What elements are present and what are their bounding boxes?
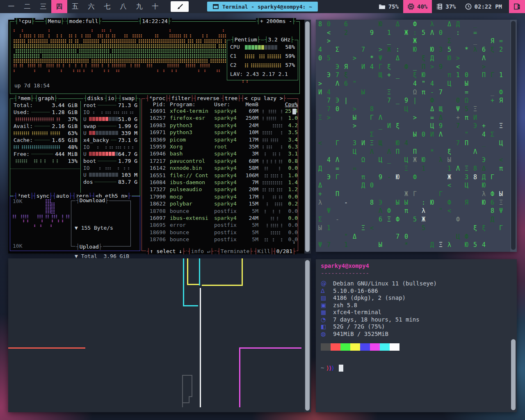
mem-graph-toggle[interactable]: graph xyxy=(34,95,58,101)
proc-select-hint[interactable]: ↑ select ↓ xyxy=(146,248,186,254)
prompt-path: ~ xyxy=(321,365,324,372)
shell-prompt[interactable]: ~ ⟩⟩⟩ xyxy=(321,365,437,372)
workspace-item-4[interactable]: 四 xyxy=(51,0,67,13)
pipes-scrollbar-track[interactable] xyxy=(304,258,311,412)
process-row[interactable]: 15959Xorgroot35M6.3 xyxy=(142,144,298,150)
update-interval-control[interactable]: + 2000ms - xyxy=(256,18,296,24)
workspace-item-3[interactable]: 三 xyxy=(35,0,51,13)
proc-scroll-down-icon[interactable]: ↓ xyxy=(292,239,296,245)
proc-mem: 20M xyxy=(240,186,258,192)
proc-info-button[interactable]: info ↵ xyxy=(187,248,215,254)
workspace-item-2[interactable]: 二 xyxy=(19,0,35,13)
proc-header-user[interactable]: User: xyxy=(214,101,230,107)
uptime-label: up 7d 18:54 xyxy=(14,82,50,89)
proc-header-cpu[interactable]: Cpu% xyxy=(283,101,298,107)
cpu-graph-row xyxy=(230,80,247,83)
proc-cpu-dots xyxy=(262,138,281,142)
process-row[interactable]: 18708bouncepostfix5M0.0 xyxy=(142,208,298,214)
cpu-usage-indicator[interactable]: 40% xyxy=(403,0,432,13)
mem-meter-dots xyxy=(14,117,59,121)
proc-cpu: 6.3 xyxy=(283,144,298,150)
proc-sort-selector[interactable]: < cpu lazy > xyxy=(240,95,287,101)
cpu-total-label: CPU xyxy=(230,43,245,52)
palette-swatch xyxy=(360,343,370,351)
shell-icon: ▣ xyxy=(321,302,333,309)
process-row[interactable]: 18695errorpostfix5M0.0 xyxy=(142,222,298,228)
proc-header-pid[interactable]: Pid: xyxy=(144,101,166,107)
mem-box-title[interactable]: ²mem xyxy=(14,95,34,101)
clock-indicator[interactable]: 02:22 PM xyxy=(461,0,507,13)
net-stats-panel: Download Upload ▼ 155 Byte/s ▼ Total 3.9… xyxy=(71,201,131,247)
pipes-screensaver-terminal-window[interactable] xyxy=(8,258,311,412)
cpu-graph-row xyxy=(14,44,225,48)
process-row[interactable]: 16691xfce4-terminsparky469M25.4 xyxy=(142,108,298,114)
pipe-segment xyxy=(199,258,200,285)
process-row[interactable]: 16084ibus-daemonsparky47M1.4 xyxy=(142,179,298,185)
proc-pid: 18369 xyxy=(144,137,166,143)
process-row[interactable]: 16257firefox-esrsparky4250M1.0 xyxy=(142,115,298,121)
process-row[interactable]: 16551file:// Contsparky4106M1.0 xyxy=(142,172,298,178)
proc-header-row: Pid: Program: User: MemB Cpu% ↑ xyxy=(142,101,298,107)
matrix-scrollbar-thumb[interactable] xyxy=(511,21,516,250)
neofetch-user-host: sparky4@xompy4 xyxy=(321,262,437,270)
focused-window-title-badge[interactable]: Terminal - sparky4@xompy4: ~ xyxy=(207,2,318,11)
neofetch-info-row: ◍941MiB / 3525MiB xyxy=(321,331,437,338)
btop-scrollbar-track[interactable] xyxy=(304,20,311,253)
process-row[interactable]: 16983python3sparky424M4.2 xyxy=(142,122,298,128)
mem-stat-row: Cache:1.65 GiB xyxy=(14,137,78,144)
proc-terminate-button[interactable]: Terminate xyxy=(217,248,253,254)
process-row[interactable]: 16097ibus-extensisparky424M0.0 xyxy=(142,215,298,221)
memory-usage-indicator[interactable]: 37% xyxy=(432,0,460,13)
process-row[interactable]: 17990mocpsparky417M0.0 xyxy=(142,194,298,200)
neofetch-scrollbar-thumb[interactable] xyxy=(511,339,516,410)
proc-box-title[interactable]: ⁴proc xyxy=(145,95,169,101)
proc-kill-button[interactable]: Kill xyxy=(253,248,274,254)
menu-button[interactable]: Menu xyxy=(44,18,65,24)
process-row[interactable]: 17217pavucontrolsparky468M0.8 xyxy=(142,158,298,164)
workspace-item-1[interactable]: 一 xyxy=(3,0,19,13)
neofetch-terminal-window[interactable]: sparky4@xompy4 -------------- @Debian GN… xyxy=(316,259,517,412)
process-row[interactable]: 16946bashsparky43M3.1 xyxy=(142,151,298,157)
proc-header-program[interactable]: Program: xyxy=(170,101,196,107)
pipes-scrollbar-thumb[interactable] xyxy=(305,260,310,411)
disk-usage-indicator[interactable]: 75% xyxy=(374,0,403,13)
proc-filter-button[interactable]: filter xyxy=(167,95,195,101)
proc-header-memb[interactable]: MemB xyxy=(240,101,258,107)
disk-name-row: swap1.99 G xyxy=(83,123,137,130)
cpu-graph-row xyxy=(267,80,274,83)
process-row[interactable]: 18622polybarsparky415M0.2 xyxy=(142,201,298,207)
btop-terminal-window[interactable]: ¹cpu Menu mode:full 14:22:24 + 2000ms - … xyxy=(8,20,311,253)
proc-tree-toggle[interactable]: tree xyxy=(221,95,242,101)
disks-io-toggle[interactable]: io xyxy=(104,95,118,101)
logout-button[interactable] xyxy=(509,0,525,13)
process-row[interactable]: 18369picomsparky417M3.4 xyxy=(142,137,298,143)
process-row[interactable]: 16142nxnode.binsparky458M0.0 xyxy=(142,165,298,171)
mode-toggle[interactable]: mode:full xyxy=(65,18,102,24)
process-row[interactable]: 18706bouncepostfix5M0.0 xyxy=(142,236,298,242)
process-row[interactable]: 18690bouncepostfix5M0.0 xyxy=(142,229,298,235)
proc-reverse-toggle[interactable]: reverse xyxy=(193,95,223,101)
disk-name-row: x4_backy73.1 G xyxy=(83,137,137,144)
proc-user: postfix xyxy=(214,222,237,228)
cpu-box-title[interactable]: ¹cpu xyxy=(14,18,35,24)
matrix-rain-terminal-window[interactable]: 806ЮΔФλΔД_<291Ж:5Λ0:=>_ЖΣ_Я=4Σ7>Ж:ЮЮ35*λ… xyxy=(316,20,517,252)
btop-scrollbar-thumb[interactable] xyxy=(305,21,310,252)
proc-user: postfix xyxy=(214,236,237,242)
matrix-scrollbar-track[interactable] xyxy=(510,20,517,252)
proc-selection-indicator[interactable] xyxy=(292,109,296,114)
process-row[interactable]: 17327pulseaudiosparky420M1.2 xyxy=(142,186,298,192)
workspace-item-7[interactable]: 七 xyxy=(99,0,115,13)
cpu-usage-graph-tail xyxy=(228,80,297,84)
workspace-item-5[interactable]: 五 xyxy=(67,0,83,13)
proc-user: sparky4 xyxy=(214,165,237,171)
workspace-item-9[interactable]: 九 xyxy=(131,0,147,13)
disks-swap-toggle[interactable]: swap xyxy=(118,95,139,101)
proc-cpu: 0.0 xyxy=(283,229,298,235)
workspace-item-8[interactable]: 八 xyxy=(115,0,131,13)
workspace-item-6[interactable]: 六 xyxy=(83,0,99,13)
prompt-chevron-icon: ⟩ xyxy=(331,365,333,371)
process-row[interactable]: 16971python3sparky410M3.5 xyxy=(142,129,298,135)
workspace-item-10[interactable]: 十 xyxy=(147,0,163,13)
paintbrush-launcher-button[interactable] xyxy=(171,1,189,12)
neofetch-scrollbar-track[interactable] xyxy=(510,259,517,412)
